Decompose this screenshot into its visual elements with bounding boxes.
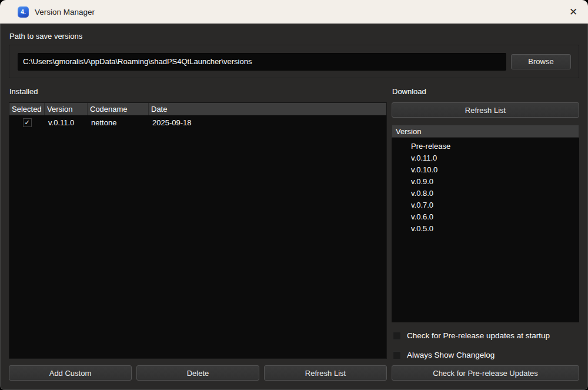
browse-button[interactable]: Browse [511, 54, 571, 69]
download-label: Download [392, 87, 579, 96]
refresh-list-button-top[interactable]: Refresh List [392, 102, 579, 118]
row-checkbox-checked[interactable]: ✓ [23, 118, 32, 127]
add-custom-button[interactable]: Add Custom [9, 365, 132, 381]
installed-label: Installed [9, 87, 387, 96]
installed-panel: Installed Selected Version Codename Date… [9, 87, 387, 381]
list-item[interactable]: Pre-release [392, 141, 579, 152]
installed-table-body: ✓ v.0.11.0 nettone 2025-09-18 [9, 115, 386, 358]
path-group-label: Path to save versions [9, 32, 579, 41]
codename-cell: nettone [88, 118, 149, 127]
table-row[interactable]: ✓ v.0.11.0 nettone 2025-09-18 [9, 116, 386, 129]
checkbox-unchecked[interactable] [393, 332, 401, 340]
always-show-changelog-checkbox-row[interactable]: Always Show Changelog [393, 351, 579, 359]
installed-button-row: Add Custom Delete Refresh List [9, 365, 387, 381]
close-icon[interactable]: ✕ [563, 2, 583, 21]
column-header-version[interactable]: Version [45, 103, 88, 115]
dialog-body: Path to save versions Browse Installed S… [0, 24, 588, 390]
column-header-date[interactable]: Date [149, 103, 386, 115]
title-bar: 4. Version Manager ✕ [0, 0, 588, 24]
download-version-list: Pre-release v.0.11.0 v.0.10.0 v.0.9.0 v.… [392, 138, 579, 322]
checkbox-label: Always Show Changelog [407, 351, 495, 359]
column-header-selected[interactable]: Selected [9, 103, 45, 115]
list-item[interactable]: v.0.7.0 [392, 199, 579, 211]
list-item[interactable]: v.0.6.0 [392, 211, 579, 223]
list-item[interactable]: v.0.8.0 [392, 188, 579, 199]
shadps4-app-icon: 4. [18, 6, 29, 18]
delete-button[interactable]: Delete [136, 365, 259, 381]
check-prerelease-updates-button[interactable]: Check for Pre-release Updates [392, 365, 579, 381]
version-cell: v.0.11.0 [45, 118, 88, 127]
path-input[interactable] [18, 53, 506, 71]
path-groupbox: Browse [9, 45, 579, 78]
date-cell: 2025-09-18 [149, 118, 386, 127]
list-item[interactable]: v.0.9.0 [392, 176, 579, 188]
checkbox-unchecked[interactable] [393, 351, 401, 359]
window-title: Version Manager [35, 8, 95, 16]
version-manager-window: 4. Version Manager ✕ Path to save versio… [0, 0, 588, 390]
list-item[interactable]: v.0.11.0 [392, 152, 579, 164]
installed-table: Selected Version Codename Date ✓ v.0.11.… [9, 102, 387, 359]
checkbox-label: Check for Pre-release updates at startup [407, 331, 550, 340]
list-item[interactable]: v.0.5.0 [392, 223, 579, 235]
main-area: Installed Selected Version Codename Date… [9, 87, 579, 381]
prerelease-startup-checkbox-row[interactable]: Check for Pre-release updates at startup [393, 331, 579, 340]
download-list-header[interactable]: Version [392, 125, 579, 138]
installed-table-header: Selected Version Codename Date [9, 103, 386, 115]
list-item[interactable]: v.0.10.0 [392, 164, 579, 176]
selected-cell: ✓ [9, 118, 45, 127]
refresh-list-button-bottom[interactable]: Refresh List [264, 365, 387, 381]
column-header-codename[interactable]: Codename [88, 103, 149, 115]
download-panel: Download Refresh List Version Pre-releas… [392, 87, 579, 381]
